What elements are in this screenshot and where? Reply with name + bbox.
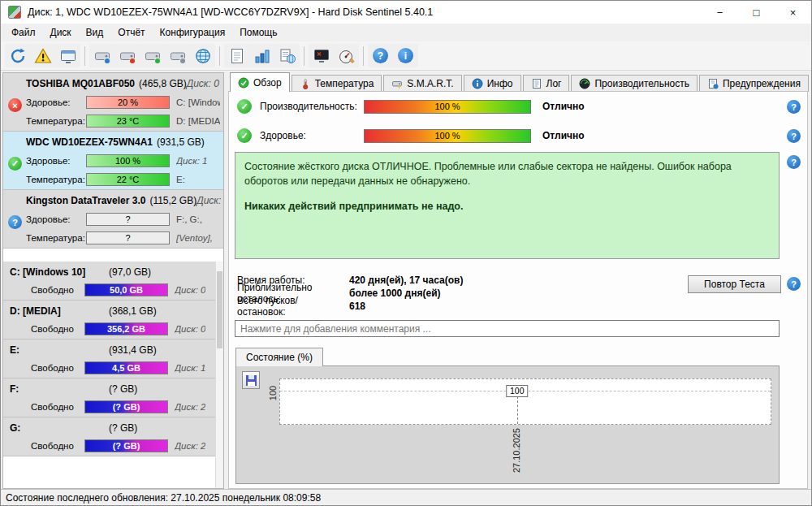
status-text-help-icon[interactable]: ?	[787, 155, 801, 169]
tab-smart[interactable]: S.M.A.R.T.	[383, 75, 461, 92]
tab-label: Инфо	[487, 78, 513, 89]
partition-size: (931,4 GB)	[109, 344, 157, 356]
health-bar: ?	[86, 213, 170, 226]
partition-name: D: [MEDIA]	[10, 305, 61, 317]
temperature-partitions: E:	[176, 175, 185, 184]
document-icon	[228, 47, 246, 65]
tab-info[interactable]: Инфо	[464, 75, 521, 92]
partition-title: F: (? GB)	[3, 378, 223, 398]
disk-item-toshiba[interactable]: × TOSHIBA MQ01ABF050 (465,8 GB) Диск: 0 …	[3, 73, 223, 132]
disk-sidebar: × TOSHIBA MQ01ABF050 (465,8 GB) Диск: 0 …	[2, 72, 224, 489]
online-button[interactable]	[190, 44, 215, 67]
report-button[interactable]	[224, 44, 249, 67]
temperature-partitions: D: [MEDIA]	[176, 116, 220, 126]
menu-configuration[interactable]: Конфигурация	[153, 24, 233, 41]
save-chart-button[interactable]	[242, 371, 260, 389]
health-help-icon[interactable]: ?	[787, 129, 801, 143]
window-controls: − □ ×	[702, 1, 811, 24]
info-icon: i	[398, 48, 413, 63]
status-text: Состояние жёсткого диска ОТЛИЧНОЕ. Пробл…	[244, 160, 770, 188]
disk-red-icon	[119, 47, 136, 65]
menu-view[interactable]: Вид	[79, 24, 111, 41]
disk-green-icon	[144, 47, 162, 65]
health-disk-number: Диск: 1	[176, 156, 207, 166]
free-label: Свободно	[31, 324, 84, 334]
disk-item-wdc-selected[interactable]: ✓ WDC WD10EZEX-75WN4A1 (931,5 GB) Здоров…	[3, 132, 223, 190]
disk-gray-icon	[169, 47, 187, 65]
partition-size: (? GB)	[109, 422, 137, 434]
status-bar: Состояние последнего обновления: 27.10.2…	[1, 489, 811, 505]
disk-test-green-button[interactable]	[140, 44, 165, 67]
temperature-bar: ?	[86, 231, 170, 244]
problem-report-button[interactable]	[30, 44, 55, 67]
retest-help-icon[interactable]: ?	[787, 277, 801, 291]
disk-test-red-button[interactable]	[114, 44, 140, 67]
performance-tune-button[interactable]	[334, 44, 359, 67]
partition-item-f[interactable]: F: (? GB) Свободно (? GB) Диск: 2	[3, 378, 223, 417]
screen-test-button[interactable]	[309, 44, 334, 67]
window-title: Диск: 1, WDC WD10EZEX-75WN4A1 [WD-WCC6Y7…	[28, 6, 433, 18]
tab-performance[interactable]: Производительность	[571, 75, 697, 92]
sidebar-scrollbar[interactable]	[215, 262, 223, 488]
partition-disk-number: Диск: 2	[175, 402, 205, 412]
comment-input[interactable]	[235, 320, 780, 337]
globe-document-icon	[279, 47, 296, 65]
disk-status-message: Состояние жёсткого диска ОТЛИЧНОЕ. Пробл…	[235, 152, 780, 259]
warnings-page-icon	[707, 78, 719, 89]
free-space-row: Свободно (? GB) Диск: 2	[3, 398, 223, 416]
menu-report[interactable]: Отчёт	[110, 24, 152, 41]
online-report-button[interactable]	[274, 44, 300, 67]
tab-temperature[interactable]: Температура	[292, 75, 382, 92]
partition-item-d[interactable]: D: [MEDIA] (368,1 GB) Свободно 356,2 GB …	[3, 301, 223, 339]
partition-disk-number: Диск: 1	[175, 363, 205, 373]
state-chart-tab[interactable]: Состояние (%)	[235, 348, 323, 366]
partition-disk-number: Диск: 2	[175, 441, 205, 451]
minimize-button[interactable]: −	[702, 1, 738, 24]
tab-label: Температура	[315, 78, 374, 89]
scrollbar-thumb[interactable]	[217, 271, 222, 348]
partition-name: G:	[10, 422, 20, 434]
temperature-label: Температура:	[26, 175, 86, 184]
bar-chart-icon	[253, 47, 271, 65]
message-button[interactable]	[55, 44, 80, 67]
stat-label: Всего пусков/остановок:	[237, 295, 343, 318]
statistics-button[interactable]	[249, 44, 274, 67]
smart-disk-icon	[391, 78, 403, 89]
close-button[interactable]: ×	[775, 1, 811, 24]
tab-warnings[interactable]: Предупреждения	[699, 75, 809, 92]
retest-button[interactable]: Повтор Теста	[688, 275, 781, 293]
help-button[interactable]: ?	[368, 44, 393, 67]
disk-size: (931,5 GB)	[157, 136, 205, 148]
about-button[interactable]: i	[393, 44, 418, 67]
state-chart-panel: 100 100 27.10.2025	[235, 365, 780, 484]
menu-disk[interactable]: Диск	[43, 24, 79, 41]
free-label: Свободно	[31, 363, 84, 373]
performance-help-icon[interactable]: ?	[787, 100, 801, 114]
tab-label: Производительность	[594, 78, 689, 89]
refresh-button[interactable]	[5, 44, 30, 67]
disk-item-kingston[interactable]: ? Kingston DataTraveler 3.0 (115,2 GB) Д…	[3, 190, 223, 249]
menu-file[interactable]: Файл	[4, 24, 43, 41]
disk-detect-button[interactable]	[89, 44, 114, 67]
partition-item-g[interactable]: G: (? GB) Свободно (? GB) Диск: 2	[3, 417, 223, 456]
health-label: Здоровье:	[260, 130, 364, 141]
maximize-button[interactable]: □	[738, 1, 775, 24]
free-label: Свободно	[31, 441, 84, 451]
free-space-bar: 356,2 GB	[84, 322, 168, 335]
disk-title: TOSHIBA MQ01ABF050 (465,8 GB) Диск: 0	[3, 73, 223, 93]
health-bar: 100 %	[364, 129, 531, 143]
menu-help[interactable]: Помощь	[232, 24, 284, 41]
performance-rating: Отлично	[542, 101, 585, 112]
tab-log[interactable]: Лог	[523, 75, 570, 92]
disk-tools-button[interactable]	[165, 44, 190, 67]
partition-item-e[interactable]: E: (931,4 GB) Свободно 4,5 GB Диск: 1	[3, 339, 223, 378]
globe-icon	[194, 47, 212, 65]
health-label: Здоровье:	[26, 156, 86, 166]
temperature-label: Температура:	[26, 116, 86, 126]
temperature-bar: 22 °C	[86, 173, 170, 186]
partition-item-c[interactable]: C: [Windows 10] (97,0 GB) Свободно 50,0 …	[3, 262, 223, 301]
disk-title: Kingston DataTraveler 3.0 (115,2 GB) Дис…	[3, 190, 223, 210]
tab-label: S.M.A.R.T.	[407, 78, 453, 89]
tab-overview[interactable]: Обзор	[230, 72, 290, 92]
health-partitions: C: [Window	[176, 97, 220, 107]
